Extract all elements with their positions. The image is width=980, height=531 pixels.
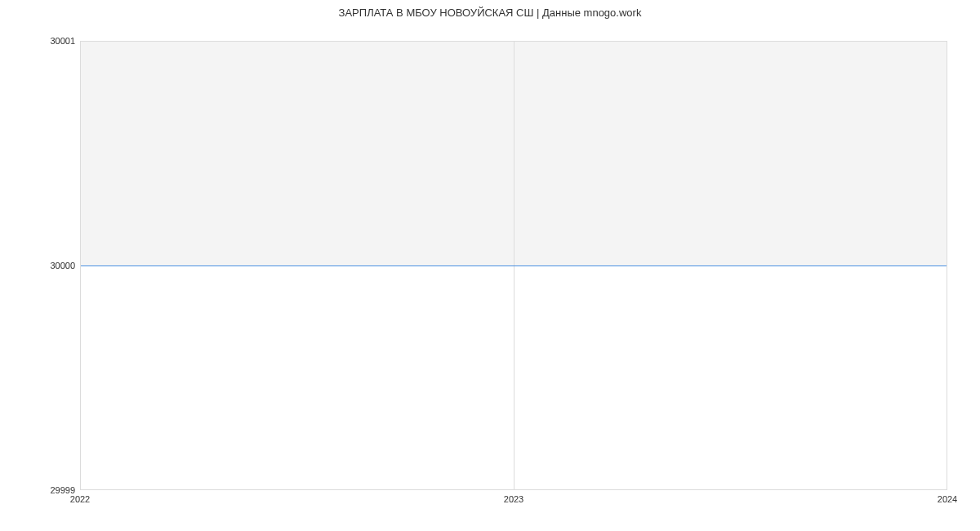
y-tick-label: 30001 [50,36,75,46]
chart-title: ЗАРПЛАТА В МБОУ НОВОУЙСКАЯ СШ | Данные m… [0,7,980,19]
x-tick-label: 2022 [70,494,90,504]
x-tick-label: 2023 [504,494,523,504]
x-tick-label: 2024 [938,494,957,504]
series-line [81,266,947,266]
y-tick-label: 30000 [50,261,75,270]
chart-plot-area [80,41,947,490]
